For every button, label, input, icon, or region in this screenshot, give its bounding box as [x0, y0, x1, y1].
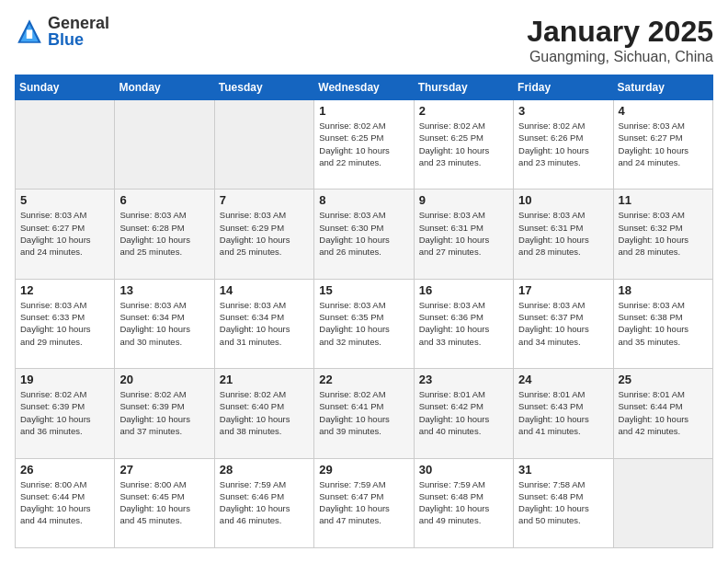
calendar-cell: 19Sunrise: 8:02 AM Sunset: 6:39 PM Dayli… — [16, 369, 115, 458]
cell-info: Sunrise: 8:03 AM Sunset: 6:37 PM Dayligh… — [518, 299, 608, 348]
logo: General Blue — [15, 15, 109, 48]
calendar-cell: 6Sunrise: 8:03 AM Sunset: 6:28 PM Daylig… — [115, 190, 214, 279]
page: General Blue January 2025 Guangming, Sic… — [0, 0, 728, 563]
cell-info: Sunrise: 8:02 AM Sunset: 6:40 PM Dayligh… — [220, 388, 309, 437]
day-number: 20 — [119, 373, 209, 386]
cell-info: Sunrise: 8:03 AM Sunset: 6:28 PM Dayligh… — [119, 209, 209, 258]
cell-info: Sunrise: 8:03 AM Sunset: 6:33 PM Dayligh… — [20, 299, 109, 348]
calendar-cell: 29Sunrise: 7:59 AM Sunset: 6:47 PM Dayli… — [314, 458, 414, 547]
cell-info: Sunrise: 8:03 AM Sunset: 6:34 PM Dayligh… — [220, 299, 309, 348]
calendar-cell — [16, 100, 115, 190]
cell-info: Sunrise: 8:03 AM Sunset: 6:31 PM Dayligh… — [518, 209, 608, 258]
calendar-cell: 8Sunrise: 8:03 AM Sunset: 6:30 PM Daylig… — [314, 190, 414, 279]
cell-info: Sunrise: 8:03 AM Sunset: 6:27 PM Dayligh… — [619, 120, 708, 168]
day-number: 19 — [20, 373, 109, 386]
weekday-header-thursday: Thursday — [414, 75, 513, 100]
svg-rect-2 — [27, 29, 32, 39]
calendar-cell: 5Sunrise: 8:03 AM Sunset: 6:27 PM Daylig… — [16, 190, 115, 279]
calendar-cell — [613, 458, 712, 547]
calendar-title: January 2025 — [527, 15, 713, 49]
day-number: 13 — [119, 283, 209, 297]
day-number: 1 — [319, 104, 408, 118]
cell-info: Sunrise: 8:03 AM Sunset: 6:31 PM Dayligh… — [419, 209, 508, 258]
cell-info: Sunrise: 8:02 AM Sunset: 6:39 PM Dayligh… — [20, 388, 109, 437]
logo-text: General Blue — [48, 15, 109, 48]
logo-blue-text: Blue — [48, 31, 109, 48]
cell-info: Sunrise: 7:59 AM Sunset: 6:48 PM Dayligh… — [419, 478, 508, 527]
cell-info: Sunrise: 8:01 AM Sunset: 6:43 PM Dayligh… — [518, 388, 608, 437]
weekday-header-sunday: Sunday — [16, 75, 115, 100]
cell-info: Sunrise: 8:03 AM Sunset: 6:32 PM Dayligh… — [619, 209, 708, 258]
calendar-cell: 20Sunrise: 8:02 AM Sunset: 6:39 PM Dayli… — [115, 369, 214, 458]
cell-info: Sunrise: 8:02 AM Sunset: 6:41 PM Dayligh… — [319, 388, 408, 437]
calendar-cell: 12Sunrise: 8:03 AM Sunset: 6:33 PM Dayli… — [16, 279, 115, 368]
cell-info: Sunrise: 8:03 AM Sunset: 6:27 PM Dayligh… — [20, 209, 109, 258]
day-number: 24 — [518, 373, 608, 386]
header: General Blue January 2025 Guangming, Sic… — [15, 15, 713, 65]
day-number: 8 — [319, 193, 408, 207]
cell-info: Sunrise: 7:58 AM Sunset: 6:48 PM Dayligh… — [518, 478, 608, 527]
cell-info: Sunrise: 8:01 AM Sunset: 6:42 PM Dayligh… — [419, 388, 508, 437]
calendar-cell: 21Sunrise: 8:02 AM Sunset: 6:40 PM Dayli… — [214, 369, 313, 458]
calendar-cell: 28Sunrise: 7:59 AM Sunset: 6:46 PM Dayli… — [214, 458, 313, 547]
cell-info: Sunrise: 8:02 AM Sunset: 6:39 PM Dayligh… — [119, 388, 209, 437]
day-number: 12 — [20, 283, 109, 297]
day-number: 11 — [619, 193, 708, 207]
calendar-cell: 31Sunrise: 7:58 AM Sunset: 6:48 PM Dayli… — [514, 458, 613, 547]
cell-info: Sunrise: 8:03 AM Sunset: 6:34 PM Dayligh… — [119, 299, 209, 348]
day-number: 25 — [619, 373, 708, 386]
calendar-table: SundayMondayTuesdayWednesdayThursdayFrid… — [15, 75, 713, 548]
day-number: 23 — [419, 373, 508, 386]
week-row-1: 5Sunrise: 8:03 AM Sunset: 6:27 PM Daylig… — [16, 190, 713, 279]
week-row-0: 1Sunrise: 8:02 AM Sunset: 6:25 PM Daylig… — [16, 100, 713, 190]
day-number: 31 — [518, 463, 608, 477]
day-number: 26 — [20, 463, 109, 477]
day-number: 5 — [20, 193, 109, 207]
title-section: January 2025 Guangming, Sichuan, China — [527, 15, 713, 65]
calendar-cell: 3Sunrise: 8:02 AM Sunset: 6:26 PM Daylig… — [514, 100, 613, 190]
calendar-cell: 25Sunrise: 8:01 AM Sunset: 6:44 PM Dayli… — [613, 369, 712, 458]
weekday-header-saturday: Saturday — [613, 75, 712, 100]
day-number: 4 — [619, 104, 708, 118]
cell-info: Sunrise: 8:02 AM Sunset: 6:26 PM Dayligh… — [518, 120, 608, 168]
cell-info: Sunrise: 8:03 AM Sunset: 6:30 PM Dayligh… — [319, 209, 408, 258]
day-number: 22 — [319, 373, 408, 386]
calendar-cell: 23Sunrise: 8:01 AM Sunset: 6:42 PM Dayli… — [414, 369, 513, 458]
day-number: 9 — [419, 193, 508, 207]
cell-info: Sunrise: 8:00 AM Sunset: 6:45 PM Dayligh… — [119, 478, 209, 527]
calendar-cell: 18Sunrise: 8:03 AM Sunset: 6:38 PM Dayli… — [613, 279, 712, 368]
cell-info: Sunrise: 8:03 AM Sunset: 6:29 PM Dayligh… — [220, 209, 309, 258]
calendar-cell: 27Sunrise: 8:00 AM Sunset: 6:45 PM Dayli… — [115, 458, 214, 547]
week-row-4: 26Sunrise: 8:00 AM Sunset: 6:44 PM Dayli… — [16, 458, 713, 547]
weekday-header-friday: Friday — [514, 75, 613, 100]
calendar-cell — [214, 100, 313, 190]
calendar-cell — [115, 100, 214, 190]
cell-info: Sunrise: 7:59 AM Sunset: 6:47 PM Dayligh… — [319, 478, 408, 527]
cell-info: Sunrise: 8:02 AM Sunset: 6:25 PM Dayligh… — [419, 120, 508, 168]
cell-info: Sunrise: 8:03 AM Sunset: 6:38 PM Dayligh… — [619, 299, 708, 348]
day-number: 2 — [419, 104, 508, 118]
calendar-cell: 26Sunrise: 8:00 AM Sunset: 6:44 PM Dayli… — [16, 458, 115, 547]
day-number: 21 — [220, 373, 309, 386]
cell-info: Sunrise: 8:03 AM Sunset: 6:36 PM Dayligh… — [419, 299, 508, 348]
calendar-cell: 9Sunrise: 8:03 AM Sunset: 6:31 PM Daylig… — [414, 190, 513, 279]
cell-info: Sunrise: 7:59 AM Sunset: 6:46 PM Dayligh… — [220, 478, 309, 527]
weekday-header-tuesday: Tuesday — [214, 75, 313, 100]
logo-general-text: General — [48, 15, 109, 31]
calendar-cell: 10Sunrise: 8:03 AM Sunset: 6:31 PM Dayli… — [514, 190, 613, 279]
day-number: 6 — [119, 193, 209, 207]
calendar-cell: 15Sunrise: 8:03 AM Sunset: 6:35 PM Dayli… — [314, 279, 414, 368]
day-number: 7 — [220, 193, 309, 207]
calendar-cell: 17Sunrise: 8:03 AM Sunset: 6:37 PM Dayli… — [514, 279, 613, 368]
day-number: 18 — [619, 283, 708, 297]
calendar-cell: 7Sunrise: 8:03 AM Sunset: 6:29 PM Daylig… — [214, 190, 313, 279]
day-number: 30 — [419, 463, 508, 477]
day-number: 14 — [220, 283, 309, 297]
week-row-2: 12Sunrise: 8:03 AM Sunset: 6:33 PM Dayli… — [16, 279, 713, 368]
logo-icon — [15, 17, 44, 46]
calendar-cell: 16Sunrise: 8:03 AM Sunset: 6:36 PM Dayli… — [414, 279, 513, 368]
calendar-cell: 13Sunrise: 8:03 AM Sunset: 6:34 PM Dayli… — [115, 279, 214, 368]
weekday-header-monday: Monday — [115, 75, 214, 100]
day-number: 10 — [518, 193, 608, 207]
cell-info: Sunrise: 8:03 AM Sunset: 6:35 PM Dayligh… — [319, 299, 408, 348]
